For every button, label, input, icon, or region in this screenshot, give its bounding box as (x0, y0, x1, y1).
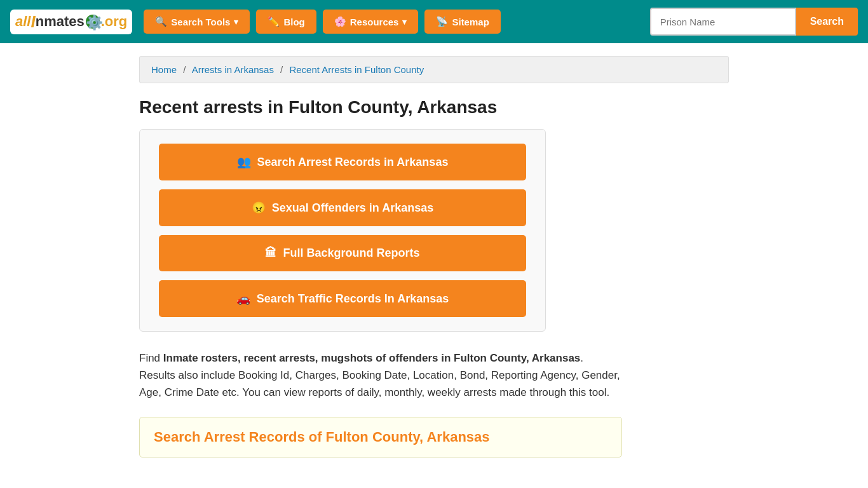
prison-search-button[interactable]: Search (796, 8, 858, 36)
logo-nmates: nmates (36, 13, 85, 30)
page-title: Recent arrests in Fulton County, Arkansa… (139, 97, 729, 118)
traffic-records-label: Search Traffic Records In Arkansas (257, 292, 449, 306)
arrest-records-btn[interactable]: 👥 Search Arrest Records in Arkansas (159, 144, 526, 180)
breadcrumb-sep-2: / (280, 64, 283, 75)
logo-org: .org (101, 13, 128, 30)
background-reports-label: Full Background Reports (283, 247, 419, 260)
site-logo[interactable]: allInmates⚙️.org (10, 10, 132, 34)
search-icon: 🔍 (155, 16, 167, 27)
breadcrumb-sep-1: / (183, 64, 186, 75)
arrest-records-label: Search Arrest Records in Arkansas (257, 156, 449, 169)
sitemap-icon: 📡 (436, 16, 448, 27)
resources-icon: 🌸 (334, 16, 346, 27)
sitemap-label: Sitemap (452, 17, 489, 27)
sexual-offenders-label: Sexual Offenders in Arkansas (272, 201, 433, 215)
resources-btn[interactable]: 🌸 Resources (323, 10, 419, 34)
sitemap-btn[interactable]: 📡 Sitemap (424, 10, 500, 34)
building-icon: 🏛 (265, 247, 276, 260)
resources-label: Resources (350, 17, 399, 27)
breadcrumb-arrests-arkansas[interactable]: Arrests in Arkansas (192, 64, 274, 75)
background-reports-btn[interactable]: 🏛 Full Background Reports (159, 235, 526, 271)
main-content: Home / Arrests in Arkansas / Recent Arre… (129, 43, 739, 483)
navbar: allInmates⚙️.org 🔍 Search Tools ✏️ Blog … (0, 0, 868, 43)
breadcrumb-home[interactable]: Home (151, 64, 177, 75)
car-icon: 🚗 (236, 292, 250, 306)
prison-name-input[interactable] (650, 8, 796, 36)
breadcrumb: Home / Arrests in Arkansas / Recent Arre… (139, 56, 729, 83)
sexual-offenders-btn[interactable]: 😠 Sexual Offenders in Arkansas (159, 189, 526, 226)
description-text: Find Inmate rosters, recent arrests, mug… (139, 349, 622, 402)
search-tools-label: Search Tools (171, 17, 230, 27)
blog-btn[interactable]: ✏️ Blog (256, 10, 316, 34)
breadcrumb-current: Recent Arrests in Fulton County (289, 64, 424, 75)
prison-search-area: Search (650, 8, 858, 36)
blog-label: Blog (283, 17, 304, 27)
search-records-title: Search Arrest Records of Fulton County, … (154, 429, 607, 445)
desc-bold: Inmate rosters, recent arrests, mugshots… (163, 352, 581, 364)
search-records-section: Search Arrest Records of Fulton County, … (139, 417, 622, 458)
traffic-records-btn[interactable]: 🚗 Search Traffic Records In Arkansas (159, 280, 526, 317)
blog-icon: ✏️ (268, 16, 280, 27)
desc-prefix: Find (139, 352, 163, 364)
people-icon: 👥 (237, 155, 251, 169)
logo-all: all (15, 13, 31, 30)
action-buttons-box: 👥 Search Arrest Records in Arkansas 😠 Se… (139, 129, 546, 332)
offender-icon: 😠 (252, 201, 266, 215)
logo-I: I (31, 12, 35, 32)
logo-gear-icon: ⚙️ (86, 15, 100, 29)
search-tools-btn[interactable]: 🔍 Search Tools (144, 10, 250, 34)
